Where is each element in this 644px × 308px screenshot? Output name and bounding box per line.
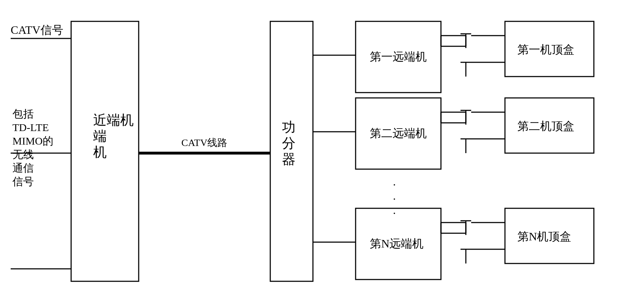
settop2-label: 第二机顶盒 xyxy=(517,120,574,132)
near-end-machine-label: 近端机 xyxy=(93,113,134,127)
svg-rect-5 xyxy=(270,21,313,281)
remoteN-label: 第N远端机 xyxy=(370,237,424,250)
dots1: · xyxy=(393,178,396,191)
wireless-label-line4: 无线 xyxy=(12,148,34,160)
power-splitter-label2: 分 xyxy=(282,136,296,151)
wireless-label-line6: 信号 xyxy=(12,176,34,187)
settopN-label: 第N机顶盒 xyxy=(517,230,571,243)
catv-line-label: CATV线路 xyxy=(181,137,227,148)
catv-signal-label: CATV信号 xyxy=(11,24,63,36)
remote2-label: 第二远端机 xyxy=(370,127,427,140)
near-end-machine-label2: 端 xyxy=(93,129,107,143)
wireless-label-line1: 包括 xyxy=(12,108,34,120)
power-splitter-label1: 功 xyxy=(282,120,296,135)
wireless-label-line3: MIMO的 xyxy=(12,135,53,147)
diagram-container: CATV信号 包括 TD-LTE MIMO的 无线 通信 信号 近端机 端 机 … xyxy=(0,0,644,308)
near-end-machine-label3: 机 xyxy=(93,145,107,160)
wireless-label-line5: 通信 xyxy=(12,162,34,174)
remote1-label: 第一远端机 xyxy=(370,50,427,63)
wireless-label-line2: TD-LTE xyxy=(12,121,49,133)
dots2: · xyxy=(393,193,396,205)
power-splitter-label3: 器 xyxy=(282,152,296,167)
settop1-label: 第一机顶盒 xyxy=(517,43,574,56)
